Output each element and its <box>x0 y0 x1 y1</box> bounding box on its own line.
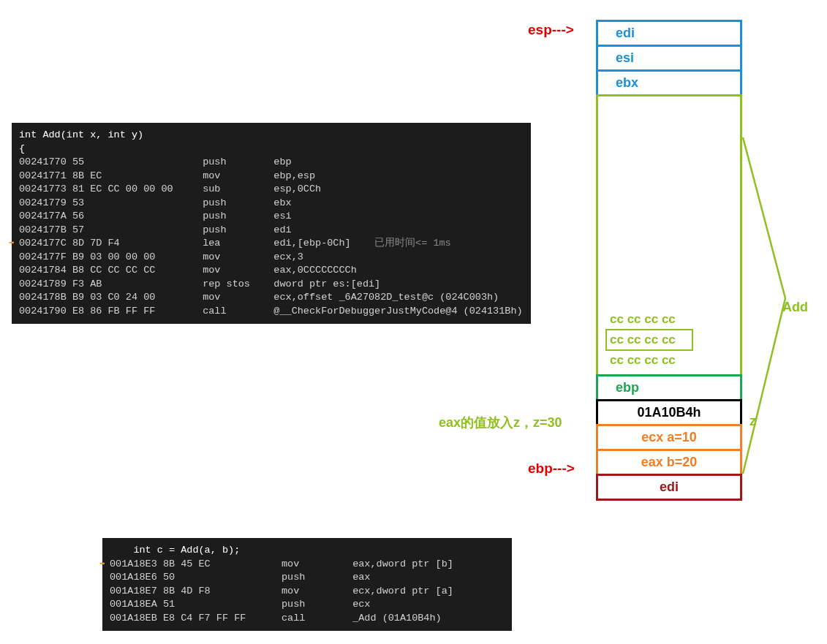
esp-pointer-label: esp---> <box>528 22 574 38</box>
stack-cell: ebp <box>596 374 742 401</box>
disassembly-add-function: int Add(int x, int y){00241770 55 push e… <box>12 123 531 324</box>
stack-cell: ebx <box>596 69 742 96</box>
stack-cell: edi <box>596 474 742 501</box>
stack-diagram: ediesiebxcc cc cc cccc cc cc cccc cc cc … <box>596 22 742 501</box>
stack-add-frame: cc cc cc cccc cc cc cccc cc cc cc <box>596 94 742 376</box>
brace-add-frame <box>741 137 793 475</box>
ebp-pointer-label: ebp---> <box>528 461 575 477</box>
stack-cell: esi <box>596 45 742 72</box>
stack-cell: eax b=20 <box>596 449 742 476</box>
stack-cell: 01A10B4h <box>596 399 742 426</box>
stack-cell: ecx a=10 <box>596 424 742 451</box>
stack-cell: edi <box>596 20 742 47</box>
z-annotation: eax的值放入z，z=30 <box>439 414 562 431</box>
disassembly-caller: int c = Add(a, b);➡001A18E3 8B 45 EC mov… <box>102 538 512 631</box>
